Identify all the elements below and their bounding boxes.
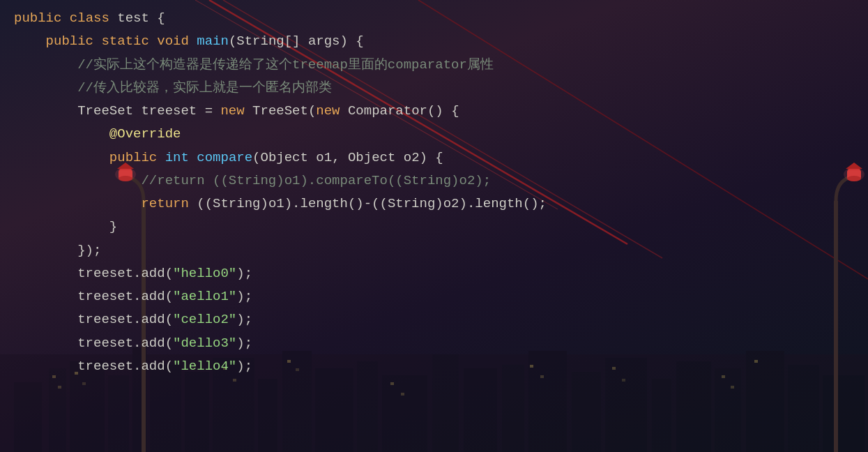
code-token: "hello0" <box>173 266 236 281</box>
code-token: treeset.add( <box>14 289 173 304</box>
code-line: public static void main(String[] args) { <box>14 30 854 53</box>
code-token: //return ((String)o1).compareTo((String)… <box>14 173 491 188</box>
code-token: treeset = <box>133 103 220 119</box>
code-token <box>14 196 141 211</box>
code-token: (Object o1, Object o2) { <box>252 150 443 165</box>
code-token: int <box>165 150 189 165</box>
code-line: //return ((String)o1).compareTo((String)… <box>14 170 854 193</box>
code-line: public int compare(Object o1, Object o2)… <box>14 146 854 170</box>
code-token: new <box>220 103 244 119</box>
code-token <box>14 150 109 165</box>
code-token: ); <box>236 359 252 374</box>
code-token <box>14 33 46 49</box>
code-token <box>157 150 165 165</box>
code-token <box>189 33 197 49</box>
code-line: treeset.add("dello3"); <box>14 332 854 355</box>
code-line: treeset.add("hello0"); <box>14 262 854 285</box>
code-token: ); <box>236 266 252 281</box>
code-line: }); <box>14 239 854 262</box>
code-token: public <box>46 33 93 49</box>
code-token <box>14 126 109 142</box>
code-token: }); <box>14 243 101 258</box>
code-token: "aello1" <box>173 289 236 304</box>
code-line: @Override <box>14 123 854 146</box>
code-token: //实际上这个构造器是传递给了这个treemap里面的comparator属性 <box>14 57 494 73</box>
code-token: test { <box>109 10 165 26</box>
code-token: treeset.add( <box>14 336 173 351</box>
code-line: treeset.add("lello4"); <box>14 355 854 378</box>
code-line: } <box>14 216 854 239</box>
code-token: ); <box>236 336 252 351</box>
code-line: TreeSet treeset = new TreeSet(new Compar… <box>14 100 854 123</box>
code-line: treeset.add("cello2"); <box>14 308 854 331</box>
code-line: return ((String)o1).length()-((String)o2… <box>14 193 854 216</box>
code-token: public <box>109 150 157 165</box>
code-token <box>14 103 77 119</box>
code-token: compare <box>197 150 252 165</box>
code-token <box>93 33 101 49</box>
code-token <box>149 33 157 49</box>
code-token: //传入比较器，实际上就是一个匿名内部类 <box>14 80 332 96</box>
code-token: "dello3" <box>173 336 236 351</box>
code-token: "cello2" <box>173 312 236 327</box>
code-token: } <box>14 219 117 234</box>
code-token: Comparator() { <box>340 103 459 119</box>
code-line: treeset.add("aello1"); <box>14 285 854 308</box>
code-token: new <box>316 103 340 119</box>
code-token: TreeSet <box>77 103 133 119</box>
code-token: ((String)o1).length()-((String)o2).lengt… <box>189 196 547 211</box>
code-token: ); <box>236 289 252 304</box>
code-editor: public class test { public static void m… <box>0 0 868 452</box>
code-token: class <box>70 10 109 26</box>
code-line: public class test { <box>14 7 854 30</box>
code-token: ); <box>236 312 252 327</box>
code-line: //传入比较器，实际上就是一个匿名内部类 <box>14 77 854 100</box>
code-token: TreeSet( <box>245 103 317 119</box>
code-token: public <box>14 10 70 26</box>
code-token: main <box>197 33 229 49</box>
code-token: static <box>101 33 149 49</box>
code-token: "lello4" <box>173 359 236 374</box>
code-token: treeset.add( <box>14 312 173 327</box>
code-token: void <box>157 33 189 49</box>
code-token: treeset.add( <box>14 359 173 374</box>
code-line: //实际上这个构造器是传递给了这个treemap里面的comparator属性 <box>14 54 854 77</box>
code-token: return <box>141 196 188 211</box>
code-token: @Override <box>109 126 181 142</box>
code-token: (String[] args) { <box>229 33 364 49</box>
code-token: treeset.add( <box>14 266 173 281</box>
code-token <box>189 150 197 165</box>
